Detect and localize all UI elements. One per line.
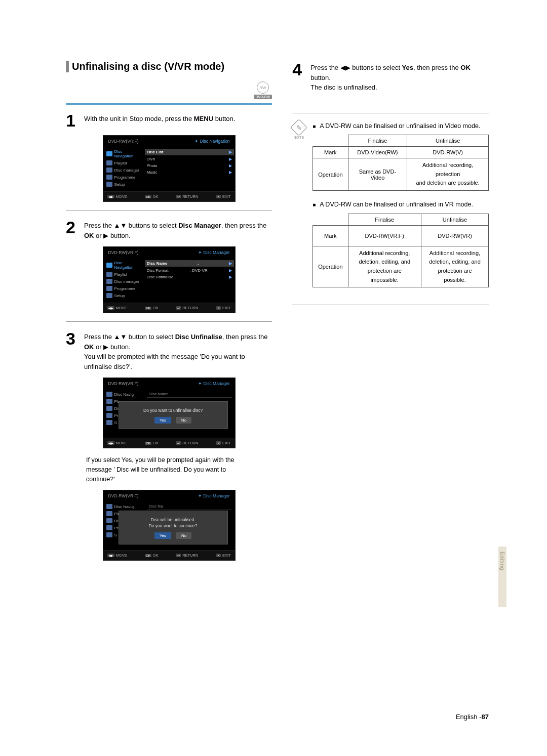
osd-screenshot-continue-prompt: DVD-RW(VR:F) ✦ Disc Manager Disc Navig P… (103, 490, 236, 561)
osd-nav-setup: Setup (105, 181, 142, 188)
osd-row-disc-name: Disc Name:▶ (145, 260, 234, 267)
table-header-finalise: Finalise (348, 214, 421, 225)
step-4: 4 Press the ◀▶ buttons to select Yes, th… (292, 61, 489, 93)
table-header-unfinalise: Unfinalise (421, 214, 489, 225)
dialog-yes-button[interactable]: Yes (154, 532, 171, 539)
section-title: Unfinalising a disc (V/VR mode) (66, 61, 272, 72)
osd-nav-setup: Setup (105, 292, 142, 299)
osd-row-music: Music▶ (147, 169, 232, 176)
dialog-no-button[interactable]: No (176, 417, 191, 424)
table-header-unfinalise: Unfinalise (407, 135, 489, 147)
divider (66, 103, 272, 105)
note-icon: ✎ NOTE (292, 121, 305, 139)
step-number: 2 (66, 219, 79, 240)
osd-row-photo: Photo▶ (147, 162, 232, 169)
step-number: 4 (292, 61, 305, 93)
step-text: Press the ◀▶ buttons to select Yes, then… (310, 61, 489, 93)
osd-row-title-list: Title List▶ (145, 149, 234, 155)
osd-nav-programme: Programme (105, 174, 142, 181)
note-bullet: ■ A DVD-RW can be finalised or unfinalis… (312, 200, 489, 209)
step-text: Press the ▲▼ buttons to select Disc Mana… (84, 219, 272, 240)
table-header-finalise: Finalise (348, 135, 407, 147)
dialog-yes-button[interactable]: Yes (154, 417, 171, 424)
osd-header-right: ✦ Disc Navigation (194, 139, 229, 144)
osd-dialog: Do you want to unfinalise disc? Yes No (119, 401, 228, 429)
osd-nav-disc-manager: Disc manager (105, 278, 142, 285)
step-number: 1 (66, 112, 79, 129)
step-text: With the unit in Stop mode, press the ME… (84, 112, 235, 129)
osd-screenshot-unfinalise-prompt: DVD-RW(VR:F) ✦ Disc Manager Disc Navig P… (103, 377, 236, 448)
osd-nav-disc-navigation: Disc Navigation (105, 148, 142, 159)
osd-dialog: Disc will be unfinalised. Do you want to… (119, 511, 228, 544)
osd-nav-programme: Programme (105, 285, 142, 292)
dialog-no-button[interactable]: No (176, 532, 191, 539)
osd-screenshot-disc-manager: DVD-RW(VR:F) ✦ Disc Manager Disc Navigat… (103, 246, 236, 313)
osd-nav-playlist: Playlist (105, 271, 142, 278)
dialog-message-2: Do you want to continue? (123, 523, 223, 528)
table-vr-mode: Finalise Unfinalise Mark DVD-RW(VR:F) DV… (312, 214, 489, 287)
dialog-message: Do you want to unfinalise disc? (123, 408, 223, 413)
caption-text: If you select Yes, you will be prompted … (86, 455, 252, 484)
dialog-message-1: Disc will be unfinalised. (123, 517, 223, 522)
page-footer: English -87 (456, 713, 489, 721)
step-2: 2 Press the ▲▼ buttons to select Disc Ma… (66, 219, 272, 240)
table-video-mode: Finalise Unfinalise Mark DVD-Video(RW) D… (312, 135, 489, 191)
divider (292, 113, 489, 113)
table-row: Operation Additional recording,deletion,… (313, 246, 489, 287)
osd-nav-disc-manager: Disc manager (105, 166, 142, 174)
divider (292, 305, 489, 305)
osd-screenshot-navigation: DVD-RW(VR:F) ✦ Disc Navigation Disc Navi… (103, 135, 236, 202)
osd-nav-playlist: Playlist (105, 159, 142, 166)
osd-header-left: DVD-RW(VR:F) (108, 139, 139, 144)
step-number: 3 (66, 330, 79, 371)
step-3: 3 Press the ▲▼ button to select Disc Unf… (66, 330, 272, 371)
side-tab-editing: Editing (498, 547, 506, 607)
step-1: 1 With the unit in Stop mode, press the … (66, 112, 272, 129)
table-row: Mark DVD-RW(VR:F) DVD-RW(VR) (313, 225, 489, 246)
osd-row-disc-unfinalise: Disc Unfinalise▶ (147, 274, 232, 280)
divider (66, 210, 272, 211)
step-text: Press the ▲▼ button to select Disc Unfin… (84, 330, 272, 371)
osd-row-disc-format: Disc Format: DVD-VR▶ (147, 267, 232, 274)
table-row: Mark DVD-Video(RW) DVD-RW(V) (313, 147, 489, 158)
osd-nav-disc-navigation: Disc Navigation (105, 260, 142, 271)
table-row: Operation Same as DVD-Video Additional r… (313, 158, 489, 191)
dvd-rw-disc-icon: RW DVD-RW (254, 81, 272, 99)
divider (66, 321, 272, 322)
note-bullet: ■ A DVD-RW can be finalised or unfinalis… (312, 121, 489, 131)
osd-row-divx: DivX▶ (147, 156, 232, 162)
